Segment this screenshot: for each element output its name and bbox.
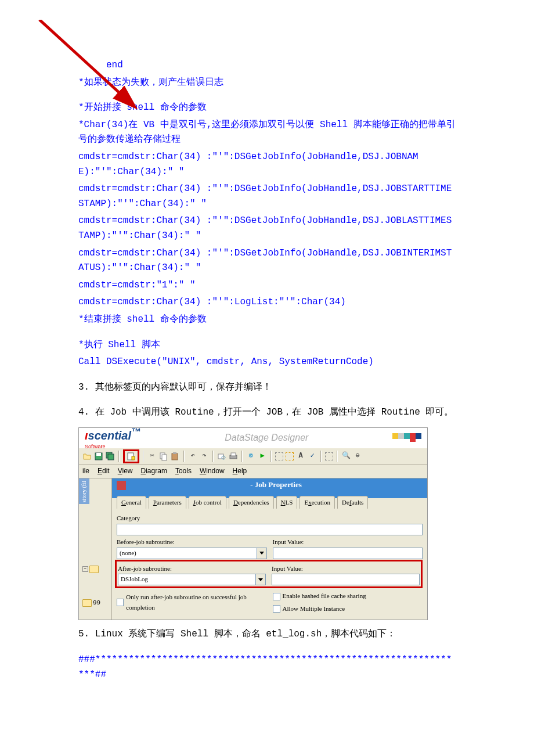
comment-fail: *如果状态为失败，则产生错误日志 xyxy=(78,75,456,91)
svg-rect-8 xyxy=(172,453,178,460)
tab-nls[interactable]: NLS xyxy=(276,496,298,509)
tab-dependencies[interactable]: Dependencies xyxy=(229,496,274,509)
copy-icon[interactable] xyxy=(159,452,168,461)
code-cmdstr-2: cmdstr=cmdstr:Char(34) :"'":DSGetJobInfo… xyxy=(78,182,456,211)
window-icon xyxy=(117,481,126,490)
annotation-icon[interactable]: A xyxy=(296,452,305,461)
form-area: Category Before-job subroutine: (none) I… xyxy=(117,512,423,614)
ascential-logo: ıscential™ Software xyxy=(85,424,141,451)
comment-begin-params: *开始拼接 shell 命令的参数 xyxy=(78,100,456,116)
check-icon[interactable]: ✓ xyxy=(308,452,317,461)
job-properties-panel: - Job Properties General Parameters Job … xyxy=(112,478,427,620)
datastage-screenshot: ıscential™ Software DataStage Designer ✂ xyxy=(78,427,428,621)
input-value-2-field[interactable] xyxy=(272,574,420,585)
tab-defaults[interactable]: Defaults xyxy=(337,496,368,509)
tree-node[interactable]: − xyxy=(82,566,99,573)
compile-icon[interactable]: ⚙ xyxy=(246,452,255,461)
undo-icon[interactable]: ↶ xyxy=(188,452,197,461)
code-dsexecute: Call DSExecute("UNIX", cmdstr, Ans, Syst… xyxy=(78,355,456,370)
after-subroutine-label: After-job subroutine: xyxy=(118,564,266,574)
chevron-down-icon xyxy=(259,552,264,555)
svg-rect-7 xyxy=(162,455,167,460)
sidebar-tab[interactable]: sitory (fil xyxy=(79,478,89,504)
allow-multi-label: Allow Multiple Instance xyxy=(283,604,345,614)
code-end: end xyxy=(78,58,456,73)
tab-execution[interactable]: Execution xyxy=(300,496,335,509)
zoom-out-icon[interactable]: ⊖ xyxy=(353,452,362,461)
after-subroutine-highlight: After-job subroutine: DSJobLog Input Val… xyxy=(115,560,423,589)
properties-button-highlight xyxy=(123,449,139,463)
enable-hash-checkbox[interactable] xyxy=(273,593,280,600)
only-run-label: Only run after-job subroutine on success… xyxy=(126,592,266,613)
step-3: 3. 其他标签页的内容默认即可，保存并编译！ xyxy=(78,380,456,395)
svg-rect-5 xyxy=(132,456,135,460)
designer-body: sitory (fil − 99 - Job Properties xyxy=(79,478,427,620)
designer-header: ıscential™ Software DataStage Designer xyxy=(79,428,427,448)
paste-icon[interactable] xyxy=(171,452,180,461)
svg-rect-9 xyxy=(173,452,176,454)
step-5: 5. Linux 系统下编写 Shell 脚本，命名 etl_log.sh，脚本… xyxy=(78,627,456,642)
save-all-icon[interactable] xyxy=(106,452,115,461)
menu-window[interactable]: Window xyxy=(200,466,225,477)
tree-label: 99 xyxy=(93,598,100,609)
after-subroutine-combo[interactable]: DSJobLog xyxy=(118,574,256,585)
before-subroutine-label: Before-job subroutine: xyxy=(117,537,267,548)
logo-subtitle: Software xyxy=(85,442,141,451)
tree-collapse-icon[interactable]: − xyxy=(82,566,88,572)
menu-diagram[interactable]: Diagram xyxy=(141,466,167,477)
menu-help[interactable]: Help xyxy=(233,466,247,477)
comment-end-params: *结束拼接 shell 命令的参数 xyxy=(78,312,456,327)
code-cmdstr-5: cmdstr=cmdstr:"1":" " xyxy=(78,278,456,293)
repository-sidebar: sitory (fil − 99 xyxy=(79,478,112,620)
open-icon[interactable] xyxy=(82,452,92,461)
tree-node-99[interactable]: 99 xyxy=(82,598,100,609)
shell-hash-divider: ###*************************************… xyxy=(78,653,456,682)
tab-job-control[interactable]: Job control xyxy=(189,496,226,509)
snap-icon[interactable] xyxy=(286,452,294,460)
job-properties-title-bar: - Job Properties xyxy=(112,478,427,492)
designer-title: DataStage Designer xyxy=(141,430,392,445)
menu-file[interactable]: ile xyxy=(82,466,89,477)
find-icon[interactable] xyxy=(217,452,226,461)
comment-exec-shell: *执行 Shell 脚本 xyxy=(78,338,456,353)
job-properties-icon[interactable] xyxy=(127,452,136,461)
zoom-in-icon[interactable]: 🔍 xyxy=(341,452,351,461)
category-label: Category xyxy=(117,513,423,524)
code-cmdstr-3: cmdstr=cmdstr:Char(34) :"'":DSGetJobInfo… xyxy=(78,214,456,243)
category-field[interactable] xyxy=(117,524,423,535)
code-cmdstr-6: cmdstr=cmdstr:Char(34) :"'":LogList:"'":… xyxy=(78,295,456,310)
svg-rect-13 xyxy=(231,453,236,456)
zoom-fit-icon[interactable] xyxy=(325,452,333,460)
run-icon[interactable]: ▶ xyxy=(258,452,267,461)
code-cmdstr-4: cmdstr=cmdstr:Char(34) :"'":DSGetJobInfo… xyxy=(78,246,456,276)
menu-view[interactable]: View xyxy=(118,466,133,477)
step-4: 4. 在 Job 中调用该 Routine，打开一个 JOB，在 JOB 属性中… xyxy=(78,405,456,420)
before-subroutine-combo[interactable]: (none) xyxy=(117,548,257,559)
only-run-checkbox[interactable] xyxy=(117,599,124,606)
color-squares xyxy=(392,433,421,442)
designer-menubar: ile Edit View Diagram Tools Window Help xyxy=(79,465,427,478)
tab-general[interactable]: General xyxy=(117,496,146,509)
svg-rect-1 xyxy=(96,453,101,456)
input-value-1-field[interactable] xyxy=(273,548,423,559)
after-dropdown-button[interactable] xyxy=(256,574,266,585)
grid-icon[interactable] xyxy=(275,452,283,460)
input-value-1-label: Input Value: xyxy=(273,537,423,548)
menu-tools[interactable]: Tools xyxy=(175,466,192,477)
print-icon[interactable] xyxy=(229,452,238,461)
comment-char34: *Char(34)在 VB 中是双引号,这里必须添加双引号以便 Shell 脚本… xyxy=(78,118,456,147)
menu-edit[interactable]: Edit xyxy=(98,466,110,477)
cut-icon[interactable]: ✂ xyxy=(147,452,157,461)
folder-icon xyxy=(89,566,99,573)
save-icon[interactable] xyxy=(94,452,103,461)
svg-rect-3 xyxy=(108,454,114,460)
input-value-2-label: Input Value: xyxy=(272,564,420,574)
window-title: - Job Properties xyxy=(129,479,423,491)
allow-multi-checkbox[interactable] xyxy=(273,605,280,613)
folder-icon xyxy=(82,599,92,607)
chevron-down-icon xyxy=(258,578,263,581)
tab-parameters[interactable]: Parameters xyxy=(149,496,186,509)
enable-hash-label: Enable hashed file cache sharing xyxy=(283,591,366,602)
redo-icon[interactable]: ↷ xyxy=(200,452,209,461)
before-dropdown-button[interactable] xyxy=(257,548,267,559)
